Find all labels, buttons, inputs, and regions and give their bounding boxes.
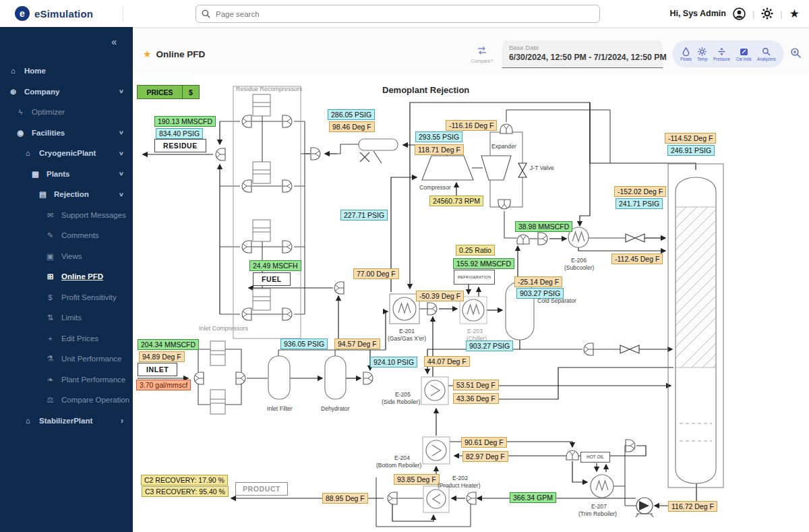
toolbar-analyzers-label: Analyzers: [757, 57, 776, 61]
company-icon: ⊕: [8, 87, 18, 96]
page-favorite-star-icon[interactable]: ★: [143, 49, 152, 59]
search-icon: [202, 9, 210, 18]
pfd-title: Demoplant Rejection: [382, 85, 469, 95]
sidebar-item-label: Plant Performance: [61, 376, 125, 384]
cryogenic-plant-icon: ⌂: [23, 149, 33, 157]
toolbar-analyzers[interactable]: Analyzers: [757, 47, 776, 61]
base-date-value: 6/30/2024, 12:50 PM - 7/1/2024, 12:50 PM: [509, 53, 656, 62]
sidebar-item-plants[interactable]: ▦Plants∨: [0, 164, 133, 185]
online-pfd-icon: ⊞: [45, 272, 55, 281]
chevron-right-icon: ›: [121, 416, 123, 425]
sidebar-item-rejection[interactable]: ▤Rejection∨: [0, 184, 133, 205]
sidebar-item-label: Unit Performance: [61, 355, 121, 363]
sidebar-item-compare-operation[interactable]: ⚖Compare Operation: [0, 390, 133, 411]
prices-button-label: PRICES: [138, 86, 182, 98]
sidebar-item-label: Home: [24, 67, 46, 75]
chevron-down-icon: ∨: [119, 88, 124, 94]
base-date-label: Base Date: [509, 44, 656, 51]
support-messages-icon: ✉: [45, 210, 55, 220]
chevron-down-icon: ∨: [119, 171, 124, 177]
optimizer-icon: ϟ: [16, 108, 26, 116]
compare-label: Compare?: [469, 59, 496, 63]
sidebar-nav: « ⌂Home⊕Company∨ϟOptimizer◉Facilities∨⌂C…: [0, 27, 133, 532]
facilities-icon: ◉: [16, 128, 26, 138]
base-date-picker[interactable]: Base Date 6/30/2024, 12:50 PM - 7/1/2024…: [502, 40, 663, 68]
sidebar-item-profit-sensitivity[interactable]: $Profit Sensitivity: [0, 287, 133, 308]
topbar-separator: |: [752, 9, 754, 19]
sidebar-item-label: Rejection: [54, 190, 89, 198]
prices-button[interactable]: PRICES $: [137, 85, 200, 99]
toolbar-temp[interactable]: Temp: [697, 47, 707, 61]
home-icon: ⌂: [8, 67, 18, 75]
pressure-icon: [717, 47, 726, 56]
plant-performance-icon: ❧: [45, 375, 55, 384]
profit-sensitivity-icon: $: [45, 293, 55, 301]
sidebar-item-cryogenic-plant[interactable]: ⌂CryogenicPlant∨: [0, 143, 133, 164]
edit-prices-icon: +: [45, 334, 55, 343]
comments-icon: ✎: [45, 231, 55, 240]
sidebar-collapse-icon[interactable]: «: [111, 36, 117, 47]
sidebar-item-label: Comments: [61, 231, 99, 239]
brand-logo[interactable]: e eSimulation: [0, 6, 116, 21]
favorites-star-icon[interactable]: ★: [789, 8, 800, 20]
plants-icon: ▦: [30, 169, 40, 179]
topbar-separator: |: [780, 9, 782, 19]
sidebar-item-label: Optimizer: [32, 108, 65, 116]
sidebar-item-label: Limits: [61, 314, 82, 322]
toolbar-cal-inds[interactable]: Cal Inds: [736, 47, 752, 61]
page-header: ★ Online PFD Compare? Base Date 6/30/202…: [133, 27, 809, 74]
page-search[interactable]: [196, 5, 600, 23]
chevron-down-icon: ∨: [119, 150, 124, 156]
droplet-icon: [682, 47, 690, 56]
pfd-toolbar: Flows Temp: [672, 40, 784, 67]
rejection-icon: ▤: [38, 189, 48, 199]
topbar-divider: [123, 5, 123, 22]
chevron-down-icon: ∨: [119, 129, 124, 136]
brand-name: eSimulation: [34, 8, 93, 20]
compare-operation-icon: ⚖: [45, 395, 55, 405]
search-input[interactable]: [214, 9, 594, 19]
chevron-down-icon: ∨: [119, 191, 124, 198]
sidebar-item-label: Online PFD: [61, 272, 103, 280]
page-title: Online PFD: [156, 49, 206, 59]
sidebar-item-comments[interactable]: ✎Comments: [0, 225, 133, 246]
compare-button[interactable]: Compare?: [469, 46, 496, 63]
user-greeting: Hi, Sys Admin: [669, 9, 726, 18]
cal-inds-icon: [740, 47, 748, 56]
sidebar-item-label: Plants: [47, 170, 70, 178]
analyzer-search-icon: [762, 47, 771, 56]
sidebar-item-label: CryogenicPlant: [39, 149, 96, 157]
sidebar-item-limits[interactable]: ⇅Limits: [0, 307, 133, 328]
sidebar-item-plant-performance[interactable]: ❧Plant Performance: [0, 370, 133, 390]
compare-icon: [477, 46, 487, 55]
sidebar-item-label: Profit Sensitivity: [61, 293, 117, 301]
sidebar-item-stabilizer-plant[interactable]: ⌂StabilizerPlant›: [0, 411, 133, 432]
toolbar-pressure-label: Pressure: [713, 57, 730, 61]
sidebar-item-online-pfd[interactable]: ⊞Online PFD: [0, 266, 133, 287]
sidebar-item-company[interactable]: ⊕Company∨: [0, 82, 133, 102]
sidebar-item-views[interactable]: ▣Views: [0, 246, 133, 267]
sidebar-item-unit-performance[interactable]: ⚗Unit Performance: [0, 349, 133, 370]
sidebar-item-support-messages[interactable]: ✉Support Messages: [0, 205, 133, 226]
sidebar-item-facilities[interactable]: ◉Facilities∨: [0, 123, 133, 144]
toolbar-flows[interactable]: Flows: [680, 47, 691, 61]
stabilizer-plant-icon: ⌂: [23, 417, 33, 425]
esimulation-logo-icon: e: [15, 6, 30, 21]
unit-performance-icon: ⚗: [45, 354, 55, 363]
zoom-in-icon[interactable]: [790, 47, 802, 59]
sidebar-item-label: Facilities: [32, 129, 65, 137]
sidebar-item-optimizer[interactable]: ϟOptimizer: [0, 102, 133, 123]
sidebar-item-label: StabilizerPlant: [39, 417, 92, 425]
sidebar-item-home[interactable]: ⌂Home: [0, 61, 133, 82]
app-window: e eSimulation Hi, Sys Admin |: [0, 0, 809, 532]
settings-gear-icon[interactable]: [761, 7, 773, 20]
limits-icon: ⇅: [45, 313, 55, 322]
sidebar-item-edit-prices[interactable]: +Edit Prices: [0, 328, 133, 349]
toolbar-pressure[interactable]: Pressure: [713, 47, 730, 61]
avatar-icon[interactable]: [733, 7, 746, 20]
sidebar-item-label: Support Messages: [61, 211, 126, 219]
top-bar: e eSimulation Hi, Sys Admin |: [0, 0, 809, 27]
sidebar-item-label: Edit Prices: [61, 334, 98, 343]
toolbar-cal-inds-label: Cal Inds: [736, 57, 752, 61]
temp-gear-icon: [698, 47, 707, 56]
